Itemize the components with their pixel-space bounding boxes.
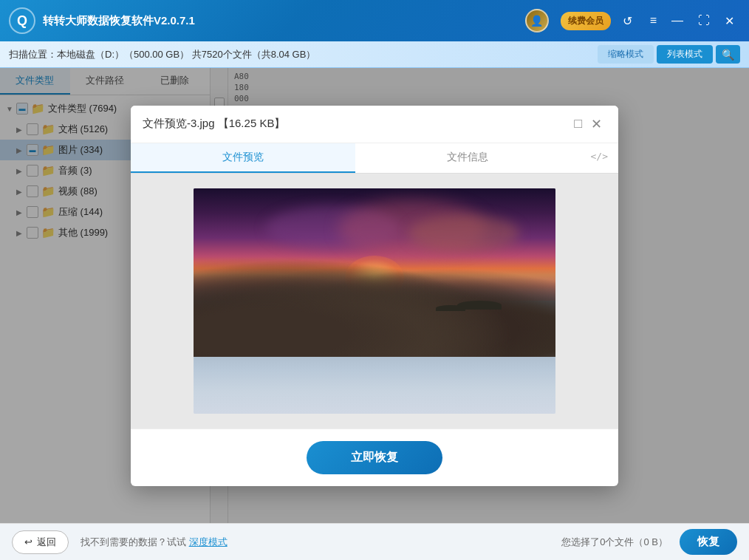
window-controls: ≡ — ⛶ ✕ bbox=[644, 13, 740, 30]
avatar[interactable]: 👤 bbox=[525, 9, 549, 33]
scan-info: 扫描位置：本地磁盘（D:）（500.00 GB） 共7520个文件（共8.04 … bbox=[9, 48, 598, 61]
thumbnail-mode-button[interactable]: 缩略模式 bbox=[598, 45, 654, 64]
preview-modal: 文件预览-3.jpg 【16.25 KB】 □ ✕ 文件预览 文件信息 </> bbox=[131, 106, 618, 486]
minimize-button[interactable]: — bbox=[666, 13, 689, 30]
list-mode-button[interactable]: 列表模式 bbox=[657, 45, 713, 64]
back-button-label: 返回 bbox=[37, 536, 56, 549]
hint-text: 找不到需要的数据？试试 深度模式 bbox=[81, 536, 550, 549]
selection-info: 您选择了0个文件（0 B） bbox=[561, 536, 668, 549]
back-button[interactable]: ↩ 返回 bbox=[12, 530, 69, 554]
modal-tab-info[interactable]: 文件信息 bbox=[355, 143, 580, 173]
modal-footer: 立即恢复 bbox=[131, 428, 618, 486]
island2 bbox=[436, 305, 465, 311]
modal-overlay: 文件预览-3.jpg 【16.25 KB】 □ ✕ 文件预览 文件信息 </> bbox=[0, 68, 749, 523]
modal-image-area bbox=[131, 174, 618, 428]
modal-maximize-button[interactable]: □ bbox=[570, 115, 586, 133]
logo-char: Q bbox=[17, 13, 27, 29]
modal-tab-preview[interactable]: 文件预览 bbox=[131, 143, 355, 173]
app-title: 转转大师数据恢复软件V2.0.7.1 bbox=[43, 14, 525, 28]
modal-tab-code[interactable]: </> bbox=[581, 143, 618, 173]
modal-title: 文件预览-3.jpg 【16.25 KB】 bbox=[143, 117, 570, 131]
rock-shore bbox=[194, 245, 555, 358]
titlebar-right: 👤 续费会员 ↺ ≡ — ⛶ ✕ bbox=[525, 9, 740, 33]
search-button[interactable]: 🔍 bbox=[716, 45, 740, 64]
avatar-area: 👤 bbox=[525, 9, 553, 33]
menu-button[interactable]: ≡ bbox=[644, 13, 663, 30]
modal-titlebar: 文件预览-3.jpg 【16.25 KB】 □ ✕ bbox=[131, 106, 618, 143]
bottom-bar: ↩ 返回 找不到需要的数据？试试 深度模式 您选择了0个文件（0 B） 恢复 bbox=[0, 523, 749, 560]
recover-button[interactable]: 恢复 bbox=[680, 529, 737, 555]
scanbar: 扫描位置：本地磁盘（D:）（500.00 GB） 共7520个文件（共8.04 … bbox=[0, 41, 749, 68]
close-button[interactable]: ✕ bbox=[719, 13, 740, 30]
deep-mode-link[interactable]: 深度模式 bbox=[189, 536, 228, 547]
modal-close-button[interactable]: ✕ bbox=[586, 115, 606, 134]
back-arrow-icon: ↩ bbox=[24, 536, 33, 547]
maximize-button[interactable]: ⛶ bbox=[692, 13, 716, 30]
vip-button[interactable]: 续费会员 bbox=[561, 12, 611, 30]
app-logo: Q bbox=[9, 7, 35, 34]
modal-tabs: 文件预览 文件信息 </> bbox=[131, 143, 618, 174]
titlebar: Q 转转大师数据恢复软件V2.0.7.1 👤 续费会员 ↺ ≡ — ⛶ ✕ bbox=[0, 0, 749, 41]
hint-prefix: 找不到需要的数据？试试 bbox=[81, 536, 186, 547]
main-layout: 文件类型 文件路径 已删除 ▼ ▬ 📁 文件类型 (7694) ▶ 📁 文档 (… bbox=[0, 68, 749, 523]
preview-image bbox=[194, 188, 555, 414]
refresh-icon-btn[interactable]: ↺ bbox=[618, 11, 637, 31]
mode-buttons: 缩略模式 列表模式 🔍 bbox=[598, 45, 740, 64]
modal-recover-button[interactable]: 立即恢复 bbox=[307, 441, 442, 474]
